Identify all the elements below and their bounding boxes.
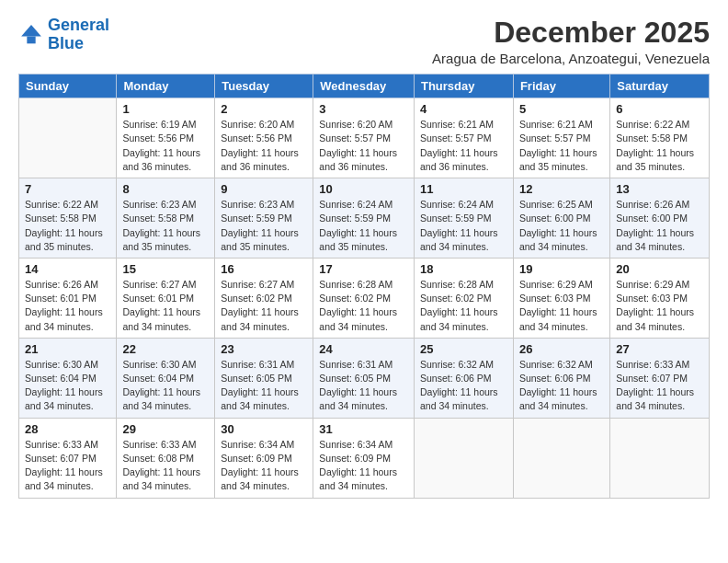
- day-number: 23: [221, 342, 307, 356]
- day-number: 31: [319, 422, 408, 436]
- calendar-week-row: 7Sunrise: 6:22 AM Sunset: 5:58 PM Daylig…: [19, 178, 710, 259]
- table-row: 5Sunrise: 6:21 AM Sunset: 5:57 PM Daylig…: [513, 98, 609, 178]
- table-row: 9Sunrise: 6:23 AM Sunset: 5:59 PM Daylig…: [215, 178, 313, 259]
- day-info: Sunrise: 6:34 AM Sunset: 6:09 PM Dayligh…: [319, 438, 408, 494]
- day-number: 28: [25, 422, 110, 436]
- day-info: Sunrise: 6:24 AM Sunset: 5:59 PM Dayligh…: [319, 198, 408, 254]
- calendar-week-row: 14Sunrise: 6:26 AM Sunset: 6:01 PM Dayli…: [19, 258, 710, 338]
- day-number: 20: [616, 262, 703, 276]
- table-row: 31Sunrise: 6:34 AM Sunset: 6:09 PM Dayli…: [313, 418, 415, 498]
- day-info: Sunrise: 6:24 AM Sunset: 5:59 PM Dayligh…: [420, 198, 507, 254]
- table-row: 14Sunrise: 6:26 AM Sunset: 6:01 PM Dayli…: [19, 258, 117, 338]
- table-row: 12Sunrise: 6:25 AM Sunset: 6:00 PM Dayli…: [513, 178, 609, 259]
- day-info: Sunrise: 6:27 AM Sunset: 6:02 PM Dayligh…: [221, 278, 307, 334]
- day-info: Sunrise: 6:33 AM Sunset: 6:07 PM Dayligh…: [616, 358, 703, 414]
- day-info: Sunrise: 6:32 AM Sunset: 6:06 PM Dayligh…: [420, 358, 507, 414]
- table-row: 20Sunrise: 6:29 AM Sunset: 6:03 PM Dayli…: [610, 258, 710, 338]
- day-number: 3: [319, 102, 408, 116]
- table-row: 17Sunrise: 6:28 AM Sunset: 6:02 PM Dayli…: [313, 258, 415, 338]
- day-info: Sunrise: 6:22 AM Sunset: 5:58 PM Dayligh…: [25, 198, 110, 254]
- table-row: 15Sunrise: 6:27 AM Sunset: 6:01 PM Dayli…: [117, 258, 215, 338]
- calendar-week-row: 28Sunrise: 6:33 AM Sunset: 6:07 PM Dayli…: [19, 418, 710, 498]
- day-number: 19: [519, 262, 604, 276]
- page: General Blue December 2025 Aragua de Bar…: [0, 0, 728, 563]
- day-info: Sunrise: 6:28 AM Sunset: 6:02 PM Dayligh…: [319, 278, 408, 334]
- day-number: 5: [519, 102, 604, 116]
- calendar-week-row: 21Sunrise: 6:30 AM Sunset: 6:04 PM Dayli…: [19, 338, 710, 418]
- table-row: 25Sunrise: 6:32 AM Sunset: 6:06 PM Dayli…: [414, 338, 513, 418]
- table-row: 16Sunrise: 6:27 AM Sunset: 6:02 PM Dayli…: [215, 258, 313, 338]
- table-row: 8Sunrise: 6:23 AM Sunset: 5:58 PM Daylig…: [117, 178, 215, 259]
- day-info: Sunrise: 6:33 AM Sunset: 6:07 PM Dayligh…: [25, 438, 110, 494]
- day-info: Sunrise: 6:26 AM Sunset: 6:00 PM Dayligh…: [616, 198, 703, 254]
- col-sunday: Sunday: [19, 75, 117, 98]
- day-number: 22: [122, 342, 209, 356]
- svg-marker-0: [21, 25, 41, 36]
- table-row: 28Sunrise: 6:33 AM Sunset: 6:07 PM Dayli…: [19, 418, 117, 498]
- table-row: 6Sunrise: 6:22 AM Sunset: 5:58 PM Daylig…: [610, 98, 710, 178]
- day-info: Sunrise: 6:20 AM Sunset: 5:56 PM Dayligh…: [221, 118, 307, 174]
- col-tuesday: Tuesday: [215, 75, 313, 98]
- day-info: Sunrise: 6:29 AM Sunset: 6:03 PM Dayligh…: [616, 278, 703, 334]
- table-row: 7Sunrise: 6:22 AM Sunset: 5:58 PM Daylig…: [19, 178, 117, 259]
- day-number: 4: [420, 102, 507, 116]
- day-info: Sunrise: 6:25 AM Sunset: 6:00 PM Dayligh…: [519, 198, 604, 254]
- table-row: 18Sunrise: 6:28 AM Sunset: 6:02 PM Dayli…: [414, 258, 513, 338]
- logo-text: General Blue: [48, 17, 109, 53]
- day-info: Sunrise: 6:31 AM Sunset: 6:05 PM Dayligh…: [221, 358, 307, 414]
- day-number: 30: [221, 422, 307, 436]
- day-number: 9: [221, 182, 307, 196]
- col-friday: Friday: [513, 75, 609, 98]
- table-row: 22Sunrise: 6:30 AM Sunset: 6:04 PM Dayli…: [117, 338, 215, 418]
- day-info: Sunrise: 6:23 AM Sunset: 5:59 PM Dayligh…: [221, 198, 307, 254]
- table-row: 26Sunrise: 6:32 AM Sunset: 6:06 PM Dayli…: [513, 338, 609, 418]
- day-info: Sunrise: 6:26 AM Sunset: 6:01 PM Dayligh…: [25, 278, 110, 334]
- day-info: Sunrise: 6:21 AM Sunset: 5:57 PM Dayligh…: [519, 118, 604, 174]
- col-thursday: Thursday: [414, 75, 513, 98]
- day-info: Sunrise: 6:27 AM Sunset: 6:01 PM Dayligh…: [122, 278, 209, 334]
- day-info: Sunrise: 6:30 AM Sunset: 6:04 PM Dayligh…: [25, 358, 110, 414]
- logo-line1: General: [48, 16, 109, 34]
- table-row: 27Sunrise: 6:33 AM Sunset: 6:07 PM Dayli…: [610, 338, 710, 418]
- day-number: 29: [122, 422, 209, 436]
- day-number: 7: [25, 182, 110, 196]
- table-row: 21Sunrise: 6:30 AM Sunset: 6:04 PM Dayli…: [19, 338, 117, 418]
- day-info: Sunrise: 6:30 AM Sunset: 6:04 PM Dayligh…: [122, 358, 209, 414]
- svg-rect-1: [27, 36, 35, 43]
- table-row: 1Sunrise: 6:19 AM Sunset: 5:56 PM Daylig…: [117, 98, 215, 178]
- table-row: [513, 418, 609, 498]
- day-number: 12: [519, 182, 604, 196]
- day-info: Sunrise: 6:31 AM Sunset: 6:05 PM Dayligh…: [319, 358, 408, 414]
- table-row: 13Sunrise: 6:26 AM Sunset: 6:00 PM Dayli…: [610, 178, 710, 259]
- day-number: 27: [616, 342, 703, 356]
- day-number: 14: [25, 262, 110, 276]
- day-info: Sunrise: 6:23 AM Sunset: 5:58 PM Dayligh…: [122, 198, 209, 254]
- table-row: 23Sunrise: 6:31 AM Sunset: 6:05 PM Dayli…: [215, 338, 313, 418]
- day-number: 6: [616, 102, 703, 116]
- day-number: 21: [25, 342, 110, 356]
- day-info: Sunrise: 6:22 AM Sunset: 5:58 PM Dayligh…: [616, 118, 703, 174]
- main-title: December 2025: [432, 17, 710, 49]
- title-block: December 2025 Aragua de Barcelona, Anzoa…: [432, 17, 710, 66]
- table-row: 2Sunrise: 6:20 AM Sunset: 5:56 PM Daylig…: [215, 98, 313, 178]
- day-info: Sunrise: 6:21 AM Sunset: 5:57 PM Dayligh…: [420, 118, 507, 174]
- day-number: 1: [122, 102, 209, 116]
- subtitle: Aragua de Barcelona, Anzoategui, Venezue…: [432, 51, 710, 66]
- table-row: 10Sunrise: 6:24 AM Sunset: 5:59 PM Dayli…: [313, 178, 415, 259]
- day-number: 10: [319, 182, 408, 196]
- day-number: 8: [122, 182, 209, 196]
- col-saturday: Saturday: [610, 75, 710, 98]
- table-row: 29Sunrise: 6:33 AM Sunset: 6:08 PM Dayli…: [117, 418, 215, 498]
- day-number: 25: [420, 342, 507, 356]
- table-row: [19, 98, 117, 178]
- day-number: 11: [420, 182, 507, 196]
- day-number: 2: [221, 102, 307, 116]
- day-info: Sunrise: 6:19 AM Sunset: 5:56 PM Dayligh…: [122, 118, 209, 174]
- day-number: 17: [319, 262, 408, 276]
- day-number: 13: [616, 182, 703, 196]
- calendar-week-row: 1Sunrise: 6:19 AM Sunset: 5:56 PM Daylig…: [19, 98, 710, 178]
- logo-icon: [18, 22, 44, 48]
- day-info: Sunrise: 6:28 AM Sunset: 6:02 PM Dayligh…: [420, 278, 507, 334]
- logo: General Blue: [18, 17, 109, 53]
- table-row: 3Sunrise: 6:20 AM Sunset: 5:57 PM Daylig…: [313, 98, 415, 178]
